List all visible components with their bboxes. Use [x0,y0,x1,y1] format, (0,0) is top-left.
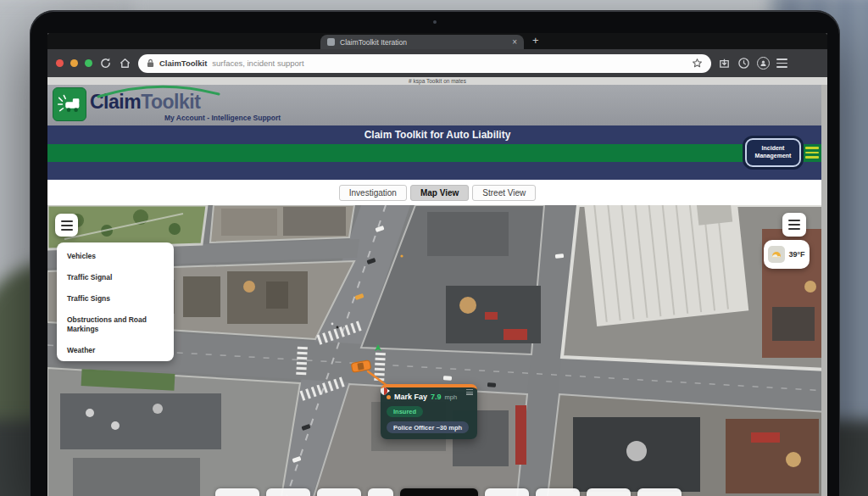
view-tabstrip: Investigation Map View Street View [47,180,827,205]
aerial-map[interactable]: Vehicles Traffic Signal Traffic Signs Ob… [47,205,827,496]
bottom-card[interactable] [587,488,631,496]
brand-arc-decoration [95,85,222,98]
page-scrollbar[interactable] [821,85,827,496]
tab-favicon-icon [327,38,335,46]
profile-icon[interactable] [757,57,770,70]
browser-tab[interactable]: ClaimToolkit Iteration × [320,35,524,49]
map-options-button[interactable] [782,213,806,237]
layer-item-weather[interactable]: Weather [67,346,164,355]
hamburger-icon [61,220,73,231]
insured-badge[interactable]: Insured [387,406,423,417]
map-layers-panel: Vehicles Traffic Signal Traffic Signs Ob… [57,242,174,361]
layer-item-vehicles[interactable]: Vehicles [67,252,164,261]
window-minimize-dot[interactable] [70,59,78,67]
tab-map-view[interactable]: Map View [410,185,469,201]
url-text: surfaces, incident support [212,59,687,68]
extensions-icon[interactable] [718,57,731,70]
insured-label: Insured [393,408,416,415]
window-close-dot[interactable] [56,59,64,67]
map-layers-button[interactable] [55,214,78,237]
bottom-card[interactable] [368,488,393,496]
navy-bar [47,162,827,180]
new-tab-button[interactable]: + [532,34,539,47]
browser-toolbar: ClaimToolkit surfaces, incident support [47,49,827,77]
incident-management-button[interactable]: Incident Management [745,138,801,167]
incident-popup[interactable]: Mark Fay 7.9 mph Insured Police Officer … [381,384,477,439]
layer-item-traffic-signal[interactable]: Traffic Signal [67,273,164,282]
webcam-dot [433,20,437,24]
tab-street-view[interactable]: Street View [472,185,536,201]
close-tab-icon[interactable]: × [512,38,517,47]
bottom-card[interactable] [485,488,529,496]
bottom-card[interactable] [637,488,682,496]
bottom-card[interactable] [536,488,580,496]
popup-menu-icon[interactable] [466,389,473,395]
green-bar [47,144,827,162]
refresh-icon[interactable] [99,57,112,70]
app-header: ClaimToolkit My Account - Intelligence S… [47,85,827,125]
weather-widget[interactable]: 39°F [764,240,810,269]
page-title: Claim Toolkit for Auto Liability [47,125,827,144]
weather-icon [768,246,785,263]
url-text-brand: ClaimToolkit [159,59,207,68]
tab-title: ClaimToolkit Iteration [340,38,507,47]
page-title-text: Claim Toolkit for Auto Liability [364,129,511,141]
window-maximize-dot[interactable] [85,59,92,67]
bottom-card[interactable] [400,488,478,496]
account-subtitle: My Account - Intelligence Support [164,114,281,122]
layer-item-obstructions[interactable]: Obstructions and Road Markings [67,315,164,334]
history-icon[interactable] [737,57,750,70]
browser-menu-icon[interactable] [776,59,787,67]
speed-value: 7.9 [431,393,442,401]
claimtoolkit-logo-icon [53,87,86,121]
bookmarks-note: # kspa Toolkit on mates [409,78,466,84]
bookmarks-bar[interactable]: # kspa Toolkit on mates [47,77,827,85]
browser-tab-bar: ClaimToolkit Iteration × + [47,33,827,49]
driver-name: Mark Fay [394,393,427,401]
temperature-label: 39°F [788,250,804,259]
shield-icon [381,387,387,395]
layer-item-traffic-signs[interactable]: Traffic Signs [67,294,164,304]
driver-dot-icon [387,395,391,399]
tab-investigation[interactable]: Investigation [339,185,407,201]
hamburger-icon [788,220,800,230]
header-menu-icon[interactable] [805,147,819,159]
laptop-frame: ClaimToolkit Iteration × + Claim [30,10,840,496]
bookmark-star-icon[interactable] [692,58,703,69]
bottom-card[interactable] [317,488,361,496]
bottom-card[interactable] [266,488,310,496]
home-icon[interactable] [119,57,131,70]
incident-button-line2: Management [755,153,792,160]
incident-button-line1: Incident [762,145,785,153]
police-badge[interactable]: Police Officer ~30 mph [387,421,469,433]
url-bar[interactable]: ClaimToolkit surfaces, incident support [138,54,711,73]
bottom-card[interactable] [215,488,259,496]
browser-window: ClaimToolkit Iteration × + Claim [47,33,827,496]
speed-unit: mph [445,393,458,401]
lock-icon [147,59,154,68]
